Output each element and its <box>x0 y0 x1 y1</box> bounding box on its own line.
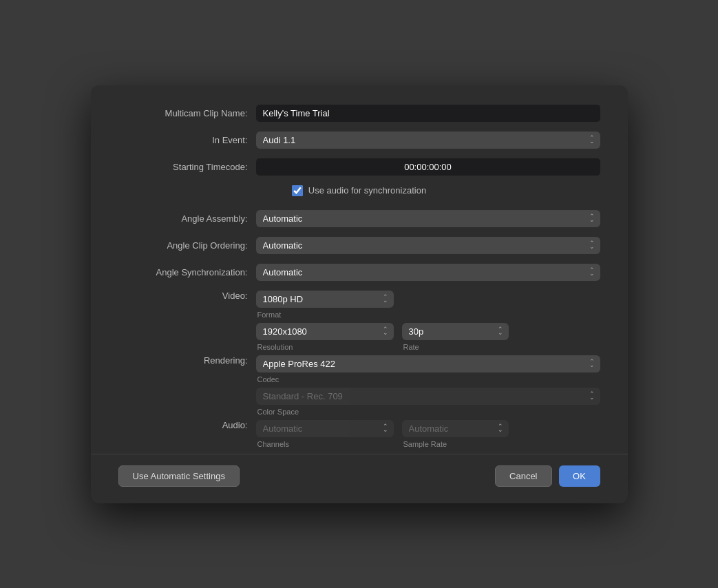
color-space-group: Standard - Rec. 709 Wide Gamut - Rec. 20… <box>256 388 600 416</box>
resolution-group: 1920x1080 1280x720 3840x2160 Resolution <box>256 323 394 351</box>
video-format-wrapper: 1080p HD 720p HD 2160p 4K Custom <box>256 291 394 308</box>
rendering-codec-group: Apple ProRes 422 Apple ProRes 422 HQ App… <box>256 355 600 384</box>
rendering-codec-hint: Codec <box>256 375 600 384</box>
in-event-select-wrapper: Audi 1.1 <box>256 132 600 149</box>
angle-assembly-wrapper: Automatic Camera Angle Camera Name Clip … <box>256 210 600 227</box>
clip-name-field <box>256 105 600 122</box>
angle-clip-ordering-wrapper: Automatic Timecode Content Created <box>256 237 600 254</box>
angle-assembly-row: Angle Assembly: Automatic Camera Angle C… <box>118 210 600 227</box>
angle-clip-ordering-label: Angle Clip Ordering: <box>118 240 256 251</box>
angle-clip-ordering-row: Angle Clip Ordering: Automatic Timecode … <box>118 237 600 254</box>
timecode-input[interactable] <box>256 158 600 176</box>
in-event-label: In Event: <box>118 135 256 145</box>
rendering-label: Rendering: <box>118 355 256 366</box>
resolution-rate-inline: 1920x1080 1280x720 3840x2160 Resolution … <box>256 323 600 351</box>
video-format-select[interactable]: 1080p HD 720p HD 2160p 4K Custom <box>256 291 394 308</box>
rendering-row: Rendering: Apple ProRes 422 Apple ProRes… <box>118 355 600 384</box>
color-space-wrapper: Standard - Rec. 709 Wide Gamut - Rec. 20… <box>256 388 600 405</box>
audio-label: Audio: <box>118 420 256 430</box>
video-row: Video: 1080p HD 720p HD 2160p 4K Custom … <box>118 291 600 319</box>
resolution-rate-row: 1920x1080 1280x720 3840x2160 Resolution … <box>118 323 600 351</box>
audio-sync-text: Use audio for synchronization <box>308 185 426 196</box>
angle-assembly-field: Automatic Camera Angle Camera Name Clip … <box>256 210 600 227</box>
angle-assembly-label: Angle Assembly: <box>118 213 256 224</box>
channels-select[interactable]: Automatic Stereo Surround <box>256 420 394 437</box>
rate-select[interactable]: 23.98p 24p 25p 29.97p 30p 50p 59.94p 60p <box>402 323 509 340</box>
angle-sync-field: Automatic Timecode Content Created First… <box>256 264 600 281</box>
resolution-hint: Resolution <box>256 343 394 351</box>
footer-right-buttons: Cancel OK <box>495 465 600 487</box>
sample-rate-hint: Sample Rate <box>402 440 509 448</box>
channels-hint: Channels <box>256 440 394 448</box>
rendering-fields: Apple ProRes 422 Apple ProRes 422 HQ App… <box>256 355 600 384</box>
color-space-row: Standard - Rec. 709 Wide Gamut - Rec. 20… <box>118 388 600 416</box>
in-event-row: In Event: Audi 1.1 <box>118 132 600 149</box>
rendering-codec-wrapper: Apple ProRes 422 Apple ProRes 422 HQ App… <box>256 355 600 372</box>
video-format-hint: Format <box>256 311 600 319</box>
new-multicam-clip-dialog: Multicam Clip Name: In Event: Audi 1.1 S… <box>91 85 628 503</box>
audio-sync-checkbox[interactable] <box>292 185 303 196</box>
color-space-fields: Standard - Rec. 709 Wide Gamut - Rec. 20… <box>256 388 600 416</box>
audio-sync-row: Use audio for synchronization <box>118 185 600 196</box>
clip-name-input[interactable] <box>256 105 600 122</box>
angle-clip-ordering-select[interactable]: Automatic Timecode Content Created <box>256 237 600 254</box>
audio-fields: Automatic Stereo Surround Channels Autom… <box>256 420 600 448</box>
ok-button[interactable]: OK <box>559 465 600 487</box>
in-event-select[interactable]: Audi 1.1 <box>256 132 600 149</box>
clip-name-label: Multicam Clip Name: <box>118 108 256 118</box>
in-event-field: Audi 1.1 <box>256 132 600 149</box>
sample-rate-wrapper: Automatic 32 kHz 44.1 kHz 48 kHz 88.2 kH… <box>402 420 509 437</box>
timecode-row: Starting Timecode: <box>118 158 600 176</box>
resolution-wrapper: 1920x1080 1280x720 3840x2160 <box>256 323 394 340</box>
channels-wrapper: Automatic Stereo Surround <box>256 420 394 437</box>
rate-wrapper: 23.98p 24p 25p 29.97p 30p 50p 59.94p 60p <box>402 323 509 340</box>
video-label: Video: <box>118 291 256 301</box>
angle-sync-wrapper: Automatic Timecode Content Created First… <box>256 264 600 281</box>
resolution-select[interactable]: 1920x1080 1280x720 3840x2160 <box>256 323 394 340</box>
channels-group: Automatic Stereo Surround Channels <box>256 420 394 448</box>
audio-sync-label[interactable]: Use audio for synchronization <box>292 185 426 196</box>
timecode-field <box>256 158 600 176</box>
angle-clip-ordering-field: Automatic Timecode Content Created <box>256 237 600 254</box>
video-fields: 1080p HD 720p HD 2160p 4K Custom Format <box>256 291 600 319</box>
angle-sync-row: Angle Synchronization: Automatic Timecod… <box>118 264 600 281</box>
color-space-hint: Color Space <box>256 408 600 416</box>
rendering-codec-select[interactable]: Apple ProRes 422 Apple ProRes 422 HQ App… <box>256 355 600 372</box>
audio-inline: Automatic Stereo Surround Channels Autom… <box>256 420 600 448</box>
video-format-group: 1080p HD 720p HD 2160p 4K Custom Format <box>256 291 600 319</box>
cancel-button[interactable]: Cancel <box>495 465 551 487</box>
angle-sync-select[interactable]: Automatic Timecode Content Created First… <box>256 264 600 281</box>
rate-group: 23.98p 24p 25p 29.97p 30p 50p 59.94p 60p <box>402 323 509 351</box>
angle-sync-label: Angle Synchronization: <box>118 267 256 277</box>
angle-assembly-select[interactable]: Automatic Camera Angle Camera Name Clip … <box>256 210 600 227</box>
clip-name-row: Multicam Clip Name: <box>118 105 600 122</box>
sample-rate-group: Automatic 32 kHz 44.1 kHz 48 kHz 88.2 kH… <box>402 420 509 448</box>
audio-row: Audio: Automatic Stereo Surround Ch <box>118 420 600 448</box>
rate-hint: Rate <box>402 343 509 351</box>
color-space-select[interactable]: Standard - Rec. 709 Wide Gamut - Rec. 20… <box>256 388 600 405</box>
dialog-footer: Use Automatic Settings Cancel OK <box>91 454 628 487</box>
resolution-rate-fields: 1920x1080 1280x720 3840x2160 Resolution … <box>256 323 600 351</box>
sample-rate-select[interactable]: Automatic 32 kHz 44.1 kHz 48 kHz 88.2 kH… <box>402 420 509 437</box>
timecode-label: Starting Timecode: <box>118 162 256 172</box>
use-automatic-settings-button[interactable]: Use Automatic Settings <box>118 465 240 487</box>
